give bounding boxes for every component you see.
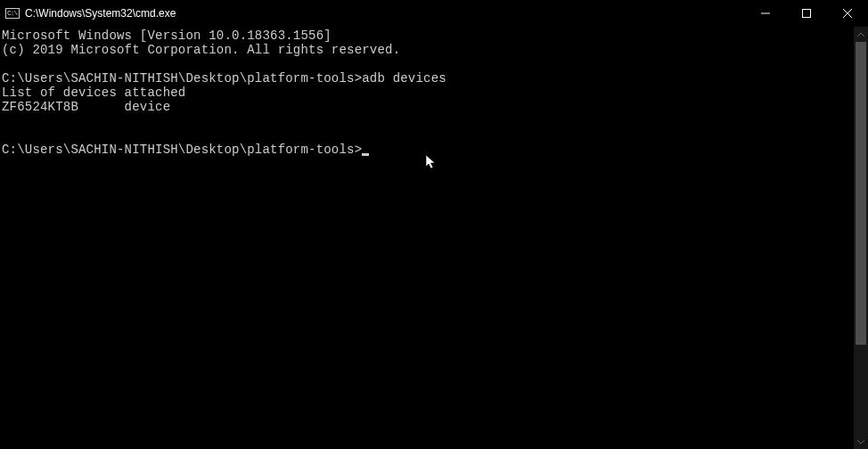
maximize-button[interactable] <box>786 0 827 27</box>
chevron-down-icon <box>857 440 864 444</box>
window-controls <box>745 0 868 27</box>
window-titlebar[interactable]: C:\ C:\Windows\System32\cmd.exe <box>0 0 868 27</box>
terminal-output[interactable]: Microsoft Windows [Version 10.0.18363.15… <box>0 27 868 449</box>
maximize-icon <box>802 9 811 18</box>
window-title: C:\Windows\System32\cmd.exe <box>25 7 176 20</box>
chevron-up-icon <box>857 33 864 37</box>
vertical-scrollbar[interactable] <box>854 27 868 449</box>
terminal-prompt: C:\Users\SACHIN-NITHISH\Desktop\platform… <box>2 143 362 157</box>
scroll-down-button[interactable] <box>854 434 868 449</box>
terminal-prompt: C:\Users\SACHIN-NITHISH\Desktop\platform… <box>2 71 362 86</box>
title-left: C:\ C:\Windows\System32\cmd.exe <box>5 7 176 20</box>
text-cursor <box>362 153 369 156</box>
close-icon <box>843 9 852 18</box>
svg-rect-1 <box>803 10 811 18</box>
cmd-icon: C:\ <box>5 8 20 19</box>
minimize-button[interactable] <box>745 0 786 27</box>
close-button[interactable] <box>827 0 868 27</box>
minimize-icon <box>761 9 770 18</box>
terminal-line: ZF6524KT8B device <box>2 100 170 114</box>
scroll-up-button[interactable] <box>854 27 868 42</box>
terminal-line: List of devices attached <box>2 86 185 100</box>
terminal-line: Microsoft Windows [Version 10.0.18363.15… <box>2 29 332 43</box>
terminal-line: (c) 2019 Microsoft Corporation. All righ… <box>2 43 400 57</box>
terminal-command: adb devices <box>362 71 446 86</box>
scroll-thumb[interactable] <box>856 42 866 345</box>
